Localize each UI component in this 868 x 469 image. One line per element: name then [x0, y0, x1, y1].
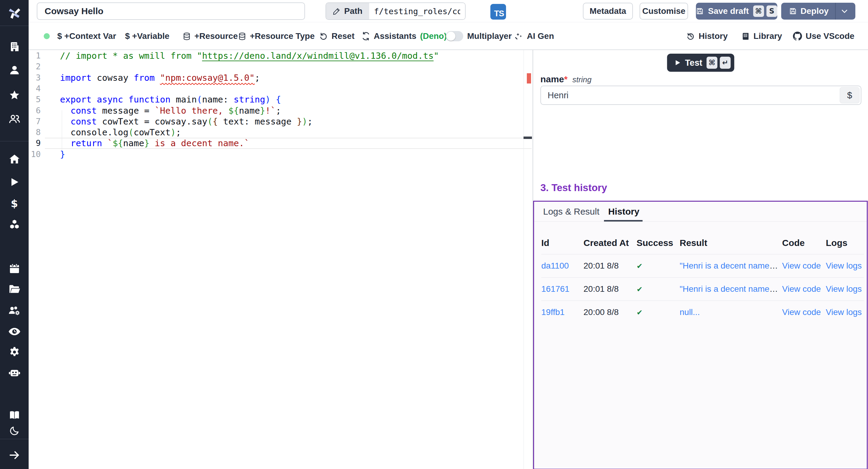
deploy-button[interactable]: Deploy	[781, 3, 855, 20]
library-button[interactable]: Library	[742, 22, 782, 50]
view-code-link[interactable]: View code	[782, 307, 821, 317]
code-cell[interactable]: View code	[782, 261, 826, 271]
arg-value-input[interactable]	[541, 90, 840, 100]
add-resource-type-button[interactable]: +Resource Type	[238, 22, 315, 50]
metadata-button[interactable]: Metadata	[583, 3, 633, 20]
tab-history[interactable]: History	[608, 201, 639, 222]
result-cell[interactable]: "Henri is a decent name."...	[680, 261, 782, 271]
logs-cell[interactable]: View logs	[826, 261, 864, 271]
run-id-link[interactable]: 161761	[541, 284, 569, 293]
code-line[interactable]: // import * as wmill from "https://deno.…	[60, 50, 439, 61]
cubes-icon	[9, 219, 20, 230]
code-line[interactable]: const message = `Hello there, ${name}!`;	[60, 105, 281, 116]
result-cell[interactable]: "Henri is a decent name"...	[680, 284, 782, 294]
script-title-input[interactable]	[37, 2, 305, 20]
chevron-down-icon[interactable]	[841, 7, 848, 15]
view-logs-link[interactable]: View logs	[826, 307, 862, 317]
test-button[interactable]: Test ⌘ ↵	[667, 54, 734, 72]
sidebar-item-docs[interactable]	[0, 409, 29, 422]
top-bar: Path TS Metadata Customise Save draft ⌘ …	[29, 0, 868, 22]
code-line[interactable]: import cowsay from "npm:cowsay@1.5.0";	[60, 72, 260, 83]
path-input[interactable]	[369, 3, 465, 19]
add-resource-button[interactable]: +Resource	[183, 22, 238, 50]
sidebar-item-members[interactable]	[0, 113, 29, 126]
tab-logs-result[interactable]: Logs & Result	[543, 201, 599, 222]
deploy-label: Deploy	[801, 6, 829, 16]
toggle-switch[interactable]	[446, 31, 463, 41]
add-variable-button[interactable]: $ +Variable	[125, 22, 169, 50]
sidebar-item-user[interactable]	[0, 64, 29, 77]
moon-icon	[9, 425, 20, 436]
book-open-icon	[8, 409, 21, 421]
run-id-link[interactable]: da1100	[541, 261, 569, 270]
code-cell[interactable]: View code	[782, 284, 826, 294]
result-link[interactable]: "Henri is a decent name"...	[680, 284, 779, 293]
sidebar-item-home[interactable]	[0, 153, 29, 166]
customise-button[interactable]: Customise	[640, 3, 688, 20]
sync-icon	[362, 32, 370, 40]
windmill-logo[interactable]	[0, 0, 29, 26]
insert-variable-button[interactable]: $	[840, 87, 860, 103]
success-cell: ✔	[637, 261, 680, 271]
folder-open-icon	[8, 283, 21, 295]
sidebar-item-audit-logs[interactable]	[0, 325, 29, 338]
result-link[interactable]: "Henri is a decent name."...	[680, 261, 782, 270]
save-icon	[789, 7, 797, 15]
code-editor[interactable]: 12345678910 // import * as wmill from "h…	[29, 50, 532, 469]
kbd-cmd: ⌘	[753, 5, 764, 17]
view-logs-link[interactable]: View logs	[826, 261, 862, 270]
code-line[interactable]: }	[60, 149, 65, 160]
code-line[interactable]: const cowText = cowsay.say({ text: messa…	[60, 116, 313, 127]
column-header: Logs	[826, 238, 864, 248]
multiplayer-toggle[interactable]	[446, 22, 463, 50]
robot-icon	[8, 367, 21, 379]
sidebar-collapse-button[interactable]	[0, 448, 29, 462]
save-draft-button[interactable]: Save draft ⌘ S	[696, 3, 777, 20]
sidebar-item-folders[interactable]	[0, 283, 29, 296]
view-logs-link[interactable]: View logs	[826, 284, 862, 293]
preview-panel: Test ⌘ ↵ name*string $ 3. Test history L…	[532, 50, 868, 469]
line-number: 6	[29, 105, 41, 116]
run-id-link[interactable]: 19ffb1	[541, 307, 564, 317]
overview-ruler-border	[524, 50, 524, 469]
code-cell[interactable]: View code	[782, 307, 826, 317]
sidebar-item-groups[interactable]	[0, 304, 29, 317]
sidebar-item-resources[interactable]	[0, 218, 29, 231]
history-table: IdCreated AtSuccessResultCodeLogs da1100…	[541, 232, 864, 324]
assistants-button[interactable]: Assistants (Deno)	[362, 22, 447, 50]
history-button[interactable]: History	[687, 22, 727, 50]
ai-gen-button[interactable]: AI Gen	[515, 22, 554, 50]
reset-button[interactable]: Reset	[319, 22, 354, 50]
dark-mode-toggle[interactable]	[0, 424, 29, 437]
sidebar-item-schedules[interactable]	[0, 262, 29, 275]
table-row: 16176120:01 8/8✔"Henri is a decent name"…	[541, 277, 864, 301]
result-link[interactable]: null...	[680, 307, 700, 317]
code-line[interactable]: return `${name} is a decent name.`	[60, 138, 250, 149]
home-icon	[9, 153, 20, 165]
sidebar-item-runs[interactable]	[0, 176, 29, 189]
library-label: Library	[753, 31, 782, 41]
sidebar-item-workspace[interactable]	[0, 40, 29, 53]
sidebar-item-favorites[interactable]	[0, 89, 29, 102]
view-code-link[interactable]: View code	[782, 284, 821, 293]
logs-cell[interactable]: View logs	[826, 284, 864, 294]
id-cell[interactable]: 19ffb1	[541, 307, 584, 317]
id-cell[interactable]: 161761	[541, 284, 584, 294]
sidebar-item-workers[interactable]	[0, 366, 29, 379]
vscode-label: Use VScode	[806, 31, 855, 41]
sidebar-item-variables[interactable]: $	[0, 197, 29, 210]
created-at-cell: 20:01 8/8	[584, 261, 637, 271]
result-cell[interactable]: null...	[680, 307, 782, 317]
history-label: History	[699, 31, 727, 41]
use-vscode-button[interactable]: Use VScode	[793, 22, 855, 50]
table-body: da110020:01 8/8✔"Henri is a decent name.…	[541, 254, 864, 324]
path-edit-button[interactable]: Path	[326, 3, 369, 19]
code-line[interactable]: export async function main(name: string)…	[60, 94, 281, 105]
code-line[interactable]: console.log(cowText);	[60, 127, 181, 138]
sidebar-item-settings[interactable]	[0, 345, 29, 359]
created-at-cell: 20:00 8/8	[584, 307, 637, 317]
id-cell[interactable]: da1100	[541, 261, 584, 271]
add-context-var-button[interactable]: $ +Context Var	[57, 22, 116, 50]
logs-cell[interactable]: View logs	[826, 307, 864, 317]
view-code-link[interactable]: View code	[782, 261, 821, 270]
